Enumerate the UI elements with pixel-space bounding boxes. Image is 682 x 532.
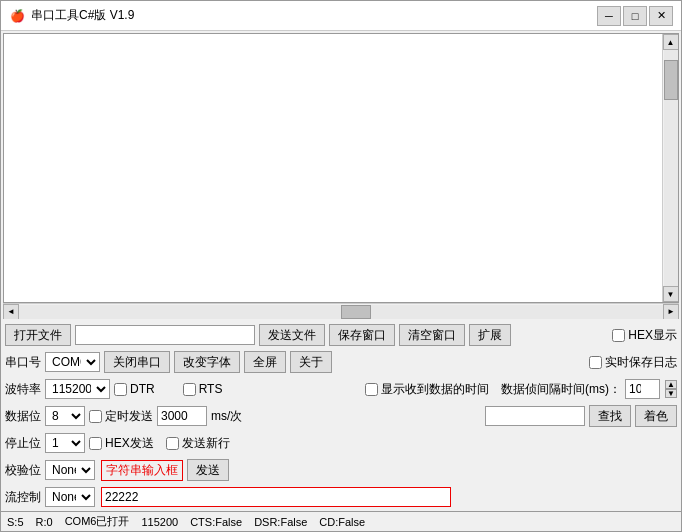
flow-label: 流控制 [5,489,41,506]
timed-send-checkbox[interactable] [89,410,102,423]
send-newline-checkbox-label[interactable]: 发送新行 [166,435,230,452]
find-button[interactable]: 查找 [589,405,631,427]
dtr-label: DTR [130,382,155,396]
color-button[interactable]: 着色 [635,405,677,427]
status-cd: CD:False [319,516,365,528]
scroll-thumb[interactable] [664,60,678,100]
show-time-label: 显示收到数据的时间 [381,381,489,398]
horizontal-scrollbar[interactable]: ◄ ► [3,303,679,319]
realtime-save-checkbox-label[interactable]: 实时保存日志 [589,354,677,371]
interval-up-btn[interactable]: ▲ [665,380,677,389]
expand-button[interactable]: 扩展 [469,324,511,346]
flow-select[interactable]: None [45,487,95,507]
controls-panel: 打开文件 发送文件 保存窗口 清空窗口 扩展 HEX显示 串口号 COM6 关闭… [1,319,681,511]
close-port-button[interactable]: 关闭串口 [104,351,170,373]
row-databits-controls: 数据位 8 定时发送 ms/次 查找 着色 [5,404,677,428]
status-dsr: DSR:False [254,516,307,528]
save-window-button[interactable]: 保存窗口 [329,324,395,346]
row-parity-controls: 校验位 None 字符串输入框 发送 [5,458,677,482]
scroll-up-btn[interactable]: ▲ [663,34,679,50]
stopbits-label: 停止位 [5,435,41,452]
realtime-save-label: 实时保存日志 [605,354,677,371]
port-label: 串口号 [5,354,41,371]
status-baud: 115200 [141,516,178,528]
interval-input[interactable] [625,379,660,399]
send-button[interactable]: 发送 [187,459,229,481]
display-area: ▲ ▼ [3,33,679,303]
status-com: COM6已打开 [65,514,130,529]
minimize-button[interactable]: ─ [597,6,621,26]
hex-display-checkbox-label[interactable]: HEX显示 [612,327,677,344]
char-input-label: 字符串输入框 [101,460,183,481]
realtime-save-checkbox[interactable] [589,356,602,369]
open-file-button[interactable]: 打开文件 [5,324,71,346]
interval-label: 数据侦间隔时间(ms)： [501,381,621,398]
main-window: 🍎 串口工具C#版 V1.9 ─ □ ✕ ▲ ▼ ◄ ► [0,0,682,532]
status-cts: CTS:False [190,516,242,528]
hex-display-checkbox[interactable] [612,329,625,342]
hex-send-checkbox[interactable] [89,437,102,450]
window-title: 串口工具C#版 V1.9 [31,7,597,24]
row-baud-controls: 波特率 115200 DTR RTS 显示收到数据的时间 [5,377,677,401]
change-font-button[interactable]: 改变字体 [174,351,240,373]
databits-label: 数据位 [5,408,41,425]
send-newline-checkbox[interactable] [166,437,179,450]
baud-select[interactable]: 115200 [45,379,110,399]
scroll-right-btn[interactable]: ► [663,304,679,320]
baud-label: 波特率 [5,381,41,398]
status-bar: S:5 R:0 COM6已打开 115200 CTS:False DSR:Fal… [1,511,681,531]
ms-input[interactable] [157,406,207,426]
find-input[interactable] [485,406,585,426]
scroll-down-btn[interactable]: ▼ [663,286,679,302]
send-newline-label: 发送新行 [182,435,230,452]
h-scroll-track[interactable] [19,305,663,319]
show-time-checkbox-label[interactable]: 显示收到数据的时间 [365,381,489,398]
hex-send-checkbox-label[interactable]: HEX发送 [89,435,154,452]
parity-label: 校验位 [5,462,41,479]
com-select[interactable]: COM6 [45,352,100,372]
status-s: S:5 [7,516,24,528]
hex-display-label: HEX显示 [628,327,677,344]
databits-select[interactable]: 8 [45,406,85,426]
window-controls: ─ □ ✕ [597,6,673,26]
app-icon: 🍎 [9,8,25,24]
row-stopbits-controls: 停止位 1 HEX发送 发送新行 [5,431,677,455]
close-button[interactable]: ✕ [649,6,673,26]
send-file-button[interactable]: 发送文件 [259,324,325,346]
clear-window-button[interactable]: 清空窗口 [399,324,465,346]
rts-label: RTS [199,382,223,396]
scroll-track[interactable] [664,50,678,286]
stopbits-select[interactable]: 1 [45,433,85,453]
status-r: R:0 [36,516,53,528]
file-path-input[interactable] [75,325,255,345]
row-flow-controls: 流控制 None [5,485,677,509]
rts-checkbox[interactable] [183,383,196,396]
parity-select[interactable]: None [45,460,95,480]
dtr-checkbox-label[interactable]: DTR [114,382,155,396]
scroll-left-btn[interactable]: ◄ [3,304,19,320]
timed-send-label: 定时发送 [105,408,153,425]
about-button[interactable]: 关于 [290,351,332,373]
h-scroll-thumb[interactable] [341,305,371,319]
rts-checkbox-label[interactable]: RTS [183,382,223,396]
hex-send-label: HEX发送 [105,435,154,452]
show-time-checkbox[interactable] [365,383,378,396]
fullscreen-button[interactable]: 全屏 [244,351,286,373]
ms-unit-label: ms/次 [211,408,242,425]
dtr-checkbox[interactable] [114,383,127,396]
timed-send-checkbox-label[interactable]: 定时发送 [89,408,153,425]
main-area: ▲ ▼ ◄ ► 打开文件 发送文件 保存窗口 清空窗口 [1,31,681,511]
char-input[interactable] [101,487,451,507]
row-file-controls: 打开文件 发送文件 保存窗口 清空窗口 扩展 HEX显示 [5,323,677,347]
maximize-button[interactable]: □ [623,6,647,26]
interval-down-btn[interactable]: ▼ [665,389,677,398]
vertical-scrollbar[interactable]: ▲ ▼ [662,34,678,302]
row-port-controls: 串口号 COM6 关闭串口 改变字体 全屏 关于 实时保存日志 [5,350,677,374]
title-bar: 🍎 串口工具C#版 V1.9 ─ □ ✕ [1,1,681,31]
